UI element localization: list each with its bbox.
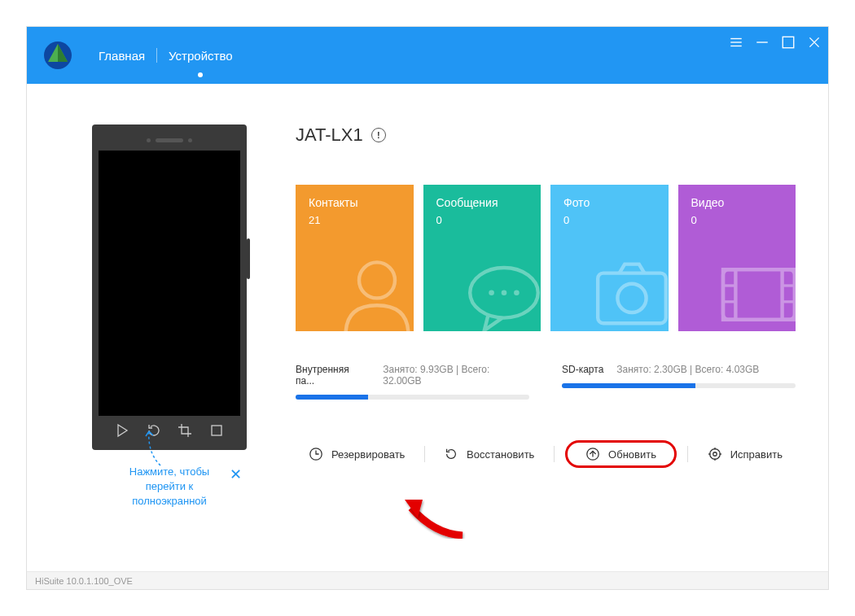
action-row: Резервировать Восстановить Обновить Испр… [296,440,796,468]
play-icon[interactable] [115,423,129,441]
nav-device[interactable]: Устройство [157,49,243,63]
hint-line1: Нажмите, чтобы [129,465,209,478]
svg-point-25 [709,449,720,460]
crop-icon[interactable] [178,423,192,441]
restore-icon [444,447,458,461]
tile-messages-label: Сообщения [436,196,528,209]
storage-sd: SD-карта Занято: 2.30GB | Всего: 4.03GB [562,364,796,400]
tile-contacts[interactable]: Контакты 21 [296,185,414,331]
tile-videos[interactable]: Видео 0 [678,185,796,331]
phone-mockup [92,125,247,450]
nav: Главная Устройство [87,48,244,63]
storage-internal: Внутренняя па... Занято: 9.93GB | Всего:… [296,364,529,400]
tile-videos-label: Видео [691,196,783,209]
storage-sd-stats: Занято: 2.30GB | Всего: 4.03GB [616,364,759,375]
photos-icon [587,250,669,331]
annotation-arrow-icon [401,495,467,540]
menu-button[interactable] [729,35,743,50]
action-separator [687,446,688,462]
svg-point-15 [617,284,646,312]
svg-point-13 [514,291,520,296]
svg-rect-17 [723,269,735,320]
hint-close-icon[interactable]: ✕ [230,465,242,485]
right-column: JAT-LX1 ! Контакты 21 Сообщения 0 Фото 0 [287,84,828,571]
tile-contacts-count: 21 [309,214,401,226]
svg-rect-8 [212,426,221,435]
phone-speaker [99,133,240,147]
window-controls [729,35,822,50]
repair-button[interactable]: Исправить [699,442,791,466]
svg-point-12 [502,291,507,296]
restore-label: Восстановить [467,448,534,461]
repair-icon [708,447,722,461]
app-logo-icon [43,41,72,70]
svg-point-11 [489,291,494,296]
nav-home[interactable]: Главная [87,49,156,63]
version-label: HiSuite 10.0.1.100_OVE [35,576,133,586]
backup-icon [309,447,323,461]
svg-rect-14 [598,273,666,324]
svg-point-26 [712,452,717,457]
svg-point-9 [359,262,395,298]
action-separator [554,446,555,462]
phone-side-button [247,238,250,279]
tile-photos[interactable]: Фото 0 [550,185,669,331]
hint-line3: полноэкранной [132,495,207,507]
nav-active-indicator [198,72,203,77]
storage-sd-bar [562,383,796,388]
update-icon [585,447,600,461]
app-window: Главная Устройство [26,26,829,590]
nav-home-label: Главная [99,49,145,63]
tile-messages[interactable]: Сообщения 0 [423,185,542,331]
storage-sd-name: SD-карта [562,364,603,375]
tile-contacts-label: Контакты [309,196,401,209]
restore-button[interactable]: Восстановить [436,442,542,466]
backup-label: Резервировать [331,448,405,461]
action-separator [424,446,425,462]
tile-photos-count: 0 [563,214,656,226]
nav-device-label: Устройство [169,49,232,63]
storage-row: Внутренняя па... Занято: 9.93GB | Всего:… [296,364,796,400]
stop-icon[interactable] [209,423,224,441]
close-button[interactable] [807,35,822,50]
maximize-button[interactable] [781,35,796,50]
hint-line2: перейти к [146,480,194,492]
fullscreen-hint: Нажмите, чтобы перейти к полноэкранной ✕ [129,465,209,509]
body: Нажмите, чтобы перейти к полноэкранной ✕… [27,84,828,571]
status-bar: HiSuite 10.0.1.100_OVE [27,571,828,589]
repair-label: Исправить [730,448,783,461]
storage-internal-name: Внутренняя па... [296,364,370,387]
svg-rect-18 [783,269,795,320]
hint-arrow-icon [144,428,177,467]
minimize-button[interactable] [755,35,770,50]
tile-messages-count: 0 [436,214,528,226]
backup-button[interactable]: Резервировать [300,442,413,466]
svg-rect-5 [783,37,794,48]
storage-internal-stats: Занято: 9.93GB | Всего: 32.00GB [383,364,529,387]
contacts-icon [332,250,414,331]
phone-screen[interactable] [99,151,240,416]
left-column: Нажмите, чтобы перейти к полноэкранной ✕ [27,84,287,571]
info-icon[interactable]: ! [371,128,386,142]
header: Главная Устройство [27,27,828,84]
device-name: JAT-LX1 [296,125,363,146]
messages-icon [459,250,541,331]
update-label: Обновить [608,448,656,461]
category-tiles: Контакты 21 Сообщения 0 Фото 0 Видео 0 [296,185,796,331]
storage-internal-bar [296,395,529,400]
videos-icon [714,250,796,331]
tile-photos-label: Фото [563,196,656,209]
device-title: JAT-LX1 ! [296,125,796,146]
update-button[interactable]: Обновить [565,440,677,468]
tile-videos-count: 0 [691,214,783,226]
